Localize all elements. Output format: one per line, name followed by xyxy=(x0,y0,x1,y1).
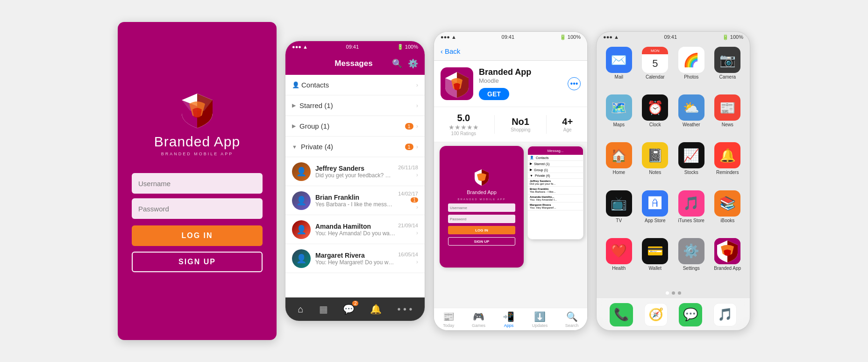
conversation-brian[interactable]: 👤 Brian Franklin Yes Barbara - I like th… xyxy=(285,186,425,215)
app-reminders[interactable]: 🔔 Reminders xyxy=(711,142,745,187)
arrow-icon: › xyxy=(416,81,418,88)
appstore-icon: 🅰 xyxy=(642,190,668,217)
photos-icon: 🌈 xyxy=(678,47,704,73)
private-item[interactable]: ▼ Private (4) 1 › xyxy=(285,137,425,157)
starred-label: Starred (1) xyxy=(299,101,416,109)
tab-games[interactable]: 🎮 Games xyxy=(472,311,485,328)
arrow-icon: › xyxy=(416,203,418,210)
safari-icon: 🧭 xyxy=(644,303,668,326)
messages-icon: 💬 xyxy=(679,303,702,326)
conv-date: 16/05/14 xyxy=(398,252,418,257)
search-icon[interactable]: 🔍 xyxy=(392,58,402,69)
app-health[interactable]: ❤️ Health xyxy=(602,238,636,283)
phone-icon: 📞 xyxy=(610,303,633,326)
app-settings[interactable]: ⚙️ Settings xyxy=(675,238,708,283)
contacts-item[interactable]: 👤 Contacts › xyxy=(285,75,425,95)
app-home[interactable]: 🏠 Home xyxy=(602,142,636,187)
conv-right: 14/02/17 1 › xyxy=(395,191,418,210)
status-time: 09:41 xyxy=(346,44,359,50)
tab-today[interactable]: 📰 Today xyxy=(443,311,455,328)
app-wallet[interactable]: 💳 Wallet xyxy=(639,238,672,283)
settings-icon[interactable]: ⚙️ xyxy=(408,58,418,69)
app-appstore[interactable]: 🅰 App Store xyxy=(639,190,672,235)
app-ibooks[interactable]: 📚 iBooks xyxy=(711,190,745,235)
signal-icon: ●●● ▲ xyxy=(441,34,456,40)
login-button[interactable]: LOG IN xyxy=(132,225,263,246)
notifications-tab[interactable]: 🔔 xyxy=(370,304,382,315)
itunes-icon: 🎵 xyxy=(678,190,704,217)
dock-safari[interactable]: 🧭 xyxy=(644,303,668,326)
dock-phone[interactable]: 📞 xyxy=(610,303,633,326)
home-tab[interactable]: ⌂ xyxy=(298,304,303,315)
app-mail[interactable]: ✉️ Mail xyxy=(602,47,636,92)
dock-messages[interactable]: 💬 xyxy=(679,303,702,326)
conv-content: Jeffrey Sanders Did you get your feedbac… xyxy=(315,165,395,179)
app-notes[interactable]: 📓 Notes xyxy=(639,142,672,187)
conv-date: 21/09/14 xyxy=(398,223,418,228)
tab-updates-label: Updates xyxy=(532,323,548,328)
mini-username[interactable] xyxy=(448,203,515,212)
starred-item[interactable]: ▶ Starred (1) › xyxy=(285,95,425,116)
group-badge: 1 xyxy=(405,123,413,130)
settings-label: Settings xyxy=(683,266,700,271)
app-stocks[interactable]: 📈 Stocks xyxy=(675,142,708,187)
tab-updates[interactable]: ⬇️ Updates xyxy=(532,311,548,328)
rating-number: 5.0 xyxy=(448,113,479,123)
as-tab-bar: 📰 Today 🎮 Games 📲 Apps ⬇️ Updates 🔍 Sear… xyxy=(434,308,587,330)
app-itunes[interactable]: 🎵 iTunes Store xyxy=(675,190,708,235)
app-camera[interactable]: 📷 Camera xyxy=(711,47,745,92)
weather-label: Weather xyxy=(683,122,700,127)
conv-name: Brian Franklin xyxy=(315,194,395,201)
signal-icon: ●●● ▲ xyxy=(292,44,308,50)
app-clock[interactable]: ⏰ Clock xyxy=(639,94,672,139)
avatar-brian: 👤 xyxy=(292,191,311,210)
login-app-subtitle: BRANDED MOBILE APP xyxy=(161,152,234,156)
tab-apps-label: Apps xyxy=(504,323,514,328)
group-item[interactable]: ▶ Group (1) 1 › xyxy=(285,116,425,137)
wallet-label: Wallet xyxy=(649,266,662,271)
news-label: News xyxy=(722,122,733,127)
more-tab[interactable]: • • • xyxy=(397,304,412,315)
tab-search-label: Search xyxy=(565,323,579,328)
rating-count: 100 Ratings xyxy=(448,131,479,136)
conv-preview: Yes Barbara - I like the messaging to... xyxy=(315,201,395,208)
calendar-tab[interactable]: ▦ xyxy=(319,304,328,315)
get-button[interactable]: GET xyxy=(479,88,509,100)
age-label: Age xyxy=(562,127,573,132)
password-input[interactable] xyxy=(132,198,263,219)
conversation-jeffrey[interactable]: 👤 Jeffrey Sanders Did you get your feedb… xyxy=(285,157,425,186)
stocks-icon: 📈 xyxy=(678,142,704,168)
games-icon: 🎮 xyxy=(473,311,484,322)
app-news[interactable]: 📰 News xyxy=(711,94,745,139)
as-app-info: Branded App Moodle GET ••• xyxy=(434,61,587,107)
app-weather[interactable]: ⛅ Weather xyxy=(675,94,708,139)
username-input[interactable] xyxy=(132,173,263,194)
conv-content: Margaret Rivera You: Hey Margaret! Do yo… xyxy=(315,252,395,266)
tab-search[interactable]: 🔍 Search xyxy=(565,311,579,328)
back-button[interactable]: ‹ Back xyxy=(441,47,460,55)
age-number: 4+ xyxy=(562,116,573,127)
tab-apps[interactable]: 📲 Apps xyxy=(503,311,514,328)
app-calendar[interactable]: MON 5 Calendar xyxy=(639,47,672,92)
home-dock: 📞 🧭 💬 🎵 xyxy=(597,298,750,330)
arrow-icon: › xyxy=(416,102,418,109)
more-button[interactable]: ••• xyxy=(568,77,581,90)
conv-right: 16/05/14 › xyxy=(395,252,418,265)
app-branded[interactable]: Branded App xyxy=(711,238,745,283)
news-icon: 📰 xyxy=(714,94,740,121)
signup-button[interactable]: SIGN UP xyxy=(132,252,263,272)
app-photos[interactable]: 🌈 Photos xyxy=(675,47,708,92)
avatar-amanda: 👤 xyxy=(292,220,311,239)
conversation-margaret[interactable]: 👤 Margaret Rivera You: Hey Margaret! Do … xyxy=(285,244,425,273)
mini-signup-btn[interactable]: SIGN UP xyxy=(448,237,515,246)
conversation-amanda[interactable]: 👤 Amanda Hamilton You: Hey Amanda! Do yo… xyxy=(285,215,425,244)
mini-login-btn[interactable]: LOG IN xyxy=(448,226,515,234)
mini-password[interactable] xyxy=(448,215,515,223)
app-maps[interactable]: 🗺️ Maps xyxy=(602,94,636,139)
header-icons: 🔍 ⚙️ xyxy=(392,58,418,69)
calendar-icon: MON 5 xyxy=(642,47,668,73)
messages-tab[interactable]: 💬 2 xyxy=(343,304,355,315)
app-tv[interactable]: 📺 TV xyxy=(602,190,636,235)
updates-icon: ⬇️ xyxy=(534,311,546,322)
dock-music[interactable]: 🎵 xyxy=(713,303,737,326)
